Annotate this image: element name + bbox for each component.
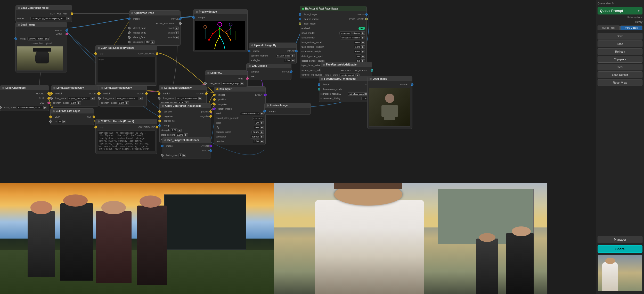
vae-decode-node: VAE Decode samples IMAGE vae bbox=[246, 63, 291, 80]
load-image-thumbnail bbox=[17, 46, 63, 71]
preview-man-image bbox=[274, 183, 548, 294]
preview-image-bottom-node: Preview Image images bbox=[264, 103, 311, 115]
right-panel: Queue size: 0 Queue Prompt ▼ Extra optio… bbox=[596, 0, 644, 294]
lora-loader-2-node: LoraLoaderModelOnly model MODEL lora_nam… bbox=[99, 85, 147, 107]
svg-point-11 bbox=[219, 28, 221, 29]
ksampler-node: KSampler model LATENT positive negative … bbox=[214, 86, 266, 145]
svg-point-23 bbox=[385, 94, 394, 103]
svg-point-12 bbox=[212, 33, 214, 34]
clip-text-neg-textarea[interactable]: easynegative, NG_DeepNegative_V1_1T, ( ,… bbox=[97, 130, 156, 151]
apply-controlnet-title: Apply ControlNet (Advanced) bbox=[160, 103, 211, 108]
lora-loader-1-node: LoraLoaderModelOnly model MODEL lora_nam… bbox=[51, 85, 99, 107]
refresh-button[interactable]: Refresh bbox=[598, 48, 642, 55]
svg-point-14 bbox=[208, 39, 210, 41]
share-button[interactable]: Share bbox=[598, 245, 642, 253]
clip-text-encode-neg-node: CLIP Text Encode (Prompt) clip CONDITION… bbox=[95, 119, 157, 154]
load-vae-node: Load VAE VAE vae_name matrixVAE_v30.pt ▶ bbox=[205, 70, 248, 87]
clip-text-encode-neg-title: CLIP Text Encode (Prompt) bbox=[96, 119, 157, 124]
ksampler-title: KSampler bbox=[214, 87, 265, 92]
load-controlnet-title: Load ControlNet Model bbox=[16, 5, 72, 10]
clear-button[interactable]: Clear bbox=[598, 64, 642, 70]
preview-image-top-title: Preview Image bbox=[194, 9, 247, 14]
load-controlnet-node: Load ControlNet Model CONTROL_NET model … bbox=[15, 5, 72, 22]
reset-view-button[interactable]: Reset View bbox=[598, 79, 642, 86]
lora-loader-1-title: LoraLoaderModelOnly bbox=[51, 85, 99, 90]
lora-loader-3-title: LoraLoaderModelOnly bbox=[159, 85, 206, 90]
preview-top-image bbox=[195, 21, 245, 50]
svg-rect-26 bbox=[394, 105, 398, 117]
source-face-image bbox=[369, 88, 410, 127]
bottom-preview-area bbox=[0, 183, 548, 294]
load-vae-title: Load VAE bbox=[205, 70, 247, 75]
clip-text-pos-textarea[interactable]: boys bbox=[97, 57, 156, 83]
save-button[interactable]: Save bbox=[598, 33, 642, 39]
tab-queue-front[interactable]: Queue Front bbox=[598, 26, 620, 30]
clip-text-encode-pos-title: CLIP Text Encode (Prompt) bbox=[96, 45, 157, 50]
source-image-node: Load Image IMAGE bbox=[367, 76, 412, 129]
preview-image-top-node: Preview Image images bbox=[193, 9, 248, 52]
load-image-title: Load Image bbox=[16, 22, 67, 27]
clip-set-last-layer-title: CLIP Set Last Layer bbox=[51, 109, 94, 113]
load-button[interactable]: Load bbox=[598, 40, 642, 47]
lora-loader-2-title: LoraLoaderModelOnly bbox=[99, 85, 146, 90]
upscale-image-node: Upscale Image By image IMAGE upscale_met… bbox=[249, 43, 297, 64]
load-default-button[interactable]: Load Default bbox=[598, 71, 642, 78]
den-image-to-latent-node: Den_ImageToLatentSpace image LATENT IMAG… bbox=[162, 137, 211, 159]
svg-point-15 bbox=[230, 39, 231, 41]
svg-point-16 bbox=[219, 35, 221, 37]
den-image-to-latent-title: Den_ImageToLatentSpace bbox=[162, 138, 211, 143]
queue-prompt-button[interactable]: Queue Prompt ▼ bbox=[598, 7, 642, 14]
clipspace-button[interactable]: Clipspace bbox=[598, 56, 642, 63]
manager-button[interactable]: Manager bbox=[598, 236, 642, 243]
svg-rect-25 bbox=[381, 105, 385, 117]
openpose-title: OpenPose Pose bbox=[129, 11, 180, 15]
upscale-image-title: Upscale Image By bbox=[249, 43, 296, 48]
preview-boys-image bbox=[0, 183, 274, 294]
face-restore-cf-node: FaceRestoreCFWithModel image IMAGE facer… bbox=[319, 76, 374, 102]
load-checkpoint-node: Load Checkpoint MODEL CLIP VAE ckpt_name… bbox=[0, 85, 49, 111]
panel-preview-image bbox=[598, 255, 642, 291]
clip-text-encode-pos-node: CLIP Text Encode (Prompt) clip CONDITION… bbox=[95, 45, 157, 86]
reactor-title: ReActor ✪ Fast Face Swap bbox=[300, 6, 366, 11]
svg-rect-24 bbox=[384, 105, 395, 120]
load-checkpoint-title: Load Checkpoint bbox=[0, 85, 49, 90]
history-label[interactable]: History bbox=[634, 20, 642, 23]
load-image-node: Load Image IMAGE MASK image ComfyUI_0050… bbox=[15, 22, 67, 72]
clip-set-last-layer-node: CLIP Set Last Layer CLIP CLIP -2 -2 ▶ bbox=[50, 108, 94, 125]
source-image-title: Load Image bbox=[368, 76, 412, 81]
vae-decode-title: VAE Decode bbox=[247, 63, 291, 68]
queue-tabs: Queue Front View Queue bbox=[598, 26, 642, 30]
preview-image-bottom-title: Preview Image bbox=[265, 103, 311, 108]
queue-size-label: Queue size: 0 bbox=[598, 2, 614, 5]
face-restore-cf-title: FaceRestoreCFWithModel bbox=[319, 76, 374, 81]
openpose-node: OpenPose Pose image IMAGE POSE_KEYPOINT … bbox=[129, 10, 181, 46]
canvas[interactable]: Load ControlNet Model CONTROL_NET model … bbox=[0, 0, 596, 294]
tab-view-queue[interactable]: View Queue bbox=[620, 26, 642, 30]
extra-options-label[interactable]: Extra options bbox=[627, 16, 642, 19]
face-restore-model-loader-title: FaceRestoreModelLoader bbox=[321, 62, 372, 67]
apply-controlnet-node: Apply ControlNet (Advanced) positive pos… bbox=[159, 103, 211, 143]
svg-point-13 bbox=[226, 33, 227, 34]
